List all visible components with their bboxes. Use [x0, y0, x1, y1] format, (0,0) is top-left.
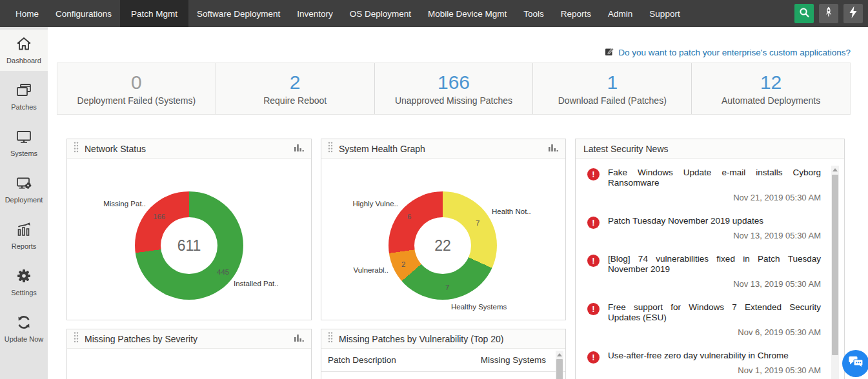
news-title-link[interactable]: Use-after-free zero day vulnerability in… — [608, 351, 821, 361]
donut-center: 611 — [161, 217, 217, 274]
card-title: Missing Patches by Severity — [85, 334, 197, 344]
vulnerability-table-area: Patch Description Missing Systems — [321, 349, 565, 379]
scroll-up-arrow[interactable] — [833, 168, 838, 171]
nav-item-inventory[interactable]: Inventory — [288, 0, 341, 27]
news-title-link[interactable]: Free support for Windows 7 Extended Secu… — [608, 302, 821, 323]
network-status-chart-area: 611 Missing Pat.. 166 445 Installed Pat.… — [67, 159, 311, 320]
alert-icon: ! — [587, 351, 600, 364]
sidebar-item-label: Deployment — [5, 196, 43, 204]
pencil-note-icon — [605, 46, 614, 59]
news-item: ! Patch Tuesday November 2019 updates No… — [587, 216, 821, 240]
sidebar-item-reports[interactable]: Reports — [0, 215, 48, 257]
segment-value-health-not: 7 — [476, 219, 479, 227]
segment-label-installed-patches: Installed Pat.. — [234, 280, 279, 287]
segment-label-missing-patches: Missing Pat.. — [103, 200, 146, 208]
alert-icon: ! — [587, 168, 600, 180]
security-news-card-header: Latest Security News — [576, 139, 844, 159]
security-news-list: ! Fake Windows Update e-mail installs Cy… — [576, 159, 844, 379]
donut-center: 22 — [414, 217, 471, 274]
drag-handle-icon[interactable] — [328, 331, 333, 346]
sidebar-item-update-now[interactable]: Update Now — [0, 308, 48, 349]
chart-type-icon[interactable] — [294, 143, 305, 155]
segment-label-highly-vulnerable: Highly Vulne.. — [352, 200, 398, 208]
search-button[interactable] — [794, 4, 814, 23]
scroll-up-arrow[interactable] — [557, 353, 562, 356]
network-status-card: Network Status 611 Missing Pat.. 166 445… — [66, 139, 312, 320]
card-title: System Health Graph — [339, 144, 425, 154]
top-navigation-bar: Home Configurations Patch Mgmt Software … — [0, 0, 868, 27]
stat-unapproved-missing-patches[interactable]: 166 Unapproved Missing Patches — [374, 63, 533, 114]
banner-link-text: Do you want to patch your enterprise's c… — [618, 48, 851, 57]
gear-icon — [15, 268, 32, 286]
segment-value-missing-patches: 166 — [153, 213, 165, 220]
drag-handle-icon[interactable] — [74, 331, 79, 346]
drag-handle-icon[interactable] — [328, 141, 333, 156]
column-header-missing-systems[interactable]: Missing Systems — [481, 355, 546, 365]
nav-item-mobile-device-mgmt[interactable]: Mobile Device Mgmt — [419, 0, 515, 27]
nav-item-tools[interactable]: Tools — [515, 0, 552, 27]
severity-card: Missing Patches by Severity — [66, 329, 312, 379]
sidebar-item-systems[interactable]: Systems — [0, 122, 48, 164]
news-item: ! Use-after-free zero day vulnerability … — [587, 351, 821, 375]
news-date: Nov 21, 2019 05:30 AM — [608, 193, 821, 202]
sidebar-item-deployment[interactable]: Deployment — [0, 169, 48, 210]
nav-item-software-deployment[interactable]: Software Deployment — [188, 0, 288, 27]
stat-value: 2 — [290, 72, 301, 93]
chart-type-icon[interactable] — [294, 333, 305, 345]
column-header-patch-description[interactable]: Patch Description — [328, 355, 396, 365]
stat-label: Download Failed (Patches) — [558, 95, 667, 106]
drag-handle-icon[interactable] — [74, 141, 79, 156]
stat-download-failed[interactable]: 1 Download Failed (Patches) — [532, 63, 691, 114]
chat-support-button[interactable] — [842, 350, 868, 377]
security-news-card: Latest Security News ! Fake Windows Upda… — [575, 139, 845, 379]
table-header-row: Patch Description Missing Systems — [321, 349, 565, 372]
news-scrollbar[interactable] — [831, 166, 839, 379]
news-title-link[interactable]: [Blog] 74 vulnerabilities fixed in Patch… — [608, 254, 821, 275]
donut-total-value: 611 — [177, 237, 201, 255]
news-title-link[interactable]: Patch Tuesday November 2019 updates — [608, 216, 821, 226]
stat-label: Require Reboot — [263, 95, 327, 106]
stat-automated-deployments[interactable]: 12 Automated Deployments — [691, 63, 850, 114]
network-status-card-header: Network Status — [67, 139, 311, 159]
donut-total-value: 22 — [434, 237, 451, 255]
sidebar-item-settings[interactable]: Settings — [0, 262, 48, 303]
home-icon — [15, 36, 32, 54]
chart-type-icon[interactable] — [548, 143, 559, 155]
segment-value-highly-vulnerable: 6 — [407, 213, 411, 220]
nav-item-home[interactable]: Home — [7, 0, 47, 27]
network-status-donut[interactable]: 611 — [135, 191, 243, 300]
sidebar-item-patches[interactable]: Patches — [0, 76, 48, 117]
quick-actions-button[interactable] — [843, 4, 863, 23]
nav-item-admin[interactable]: Admin — [600, 0, 641, 27]
stat-label: Unapproved Missing Patches — [395, 95, 512, 106]
table-scrollbar[interactable] — [556, 351, 563, 379]
vulnerability-card: Missing Patches by Vulnerability (Top 20… — [321, 329, 566, 379]
news-item: ! Free support for Windows 7 Extended Se… — [587, 302, 821, 337]
stat-value: 166 — [438, 72, 470, 93]
stat-value: 1 — [607, 72, 618, 93]
nav-item-os-deployment[interactable]: OS Deployment — [341, 0, 419, 27]
segment-value-vulnerable: 2 — [401, 260, 405, 268]
rocket-icon — [822, 6, 835, 21]
monitor-icon — [15, 129, 32, 147]
stat-value: 12 — [760, 72, 782, 93]
nav-item-configurations[interactable]: Configurations — [47, 0, 120, 27]
stat-deployment-failed[interactable]: 0 Deployment Failed (Systems) — [57, 63, 216, 114]
nav-item-patch-mgmt[interactable]: Patch Mgmt — [120, 0, 188, 27]
scroll-thumb[interactable] — [556, 359, 563, 379]
stat-require-reboot[interactable]: 2 Require Reboot — [216, 63, 374, 114]
getting-started-button[interactable] — [819, 4, 838, 23]
news-item: ! Fake Windows Update e-mail installs Cy… — [587, 168, 821, 202]
news-title-link[interactable]: Fake Windows Update e-mail installs Cybo… — [608, 168, 821, 188]
sidebar-item-dashboard[interactable]: Dashboard — [0, 30, 48, 71]
nav-item-reports[interactable]: Reports — [552, 0, 600, 27]
segment-value-healthy: 7 — [445, 284, 449, 291]
system-health-card: System Health Graph 22 Highly Vulne.. 6 … — [321, 139, 566, 320]
nav-item-support[interactable]: Support — [641, 0, 688, 27]
news-date: Nov 1, 2019 05:30 AM — [608, 365, 821, 375]
scroll-thumb[interactable] — [832, 175, 838, 355]
left-sidebar: Dashboard Patches Systems Deployment — [0, 27, 48, 379]
custom-apps-banner-link[interactable]: Do you want to patch your enterprise's c… — [605, 46, 851, 59]
sidebar-item-label: Reports — [12, 242, 37, 250]
system-health-donut[interactable]: 22 — [389, 191, 497, 300]
